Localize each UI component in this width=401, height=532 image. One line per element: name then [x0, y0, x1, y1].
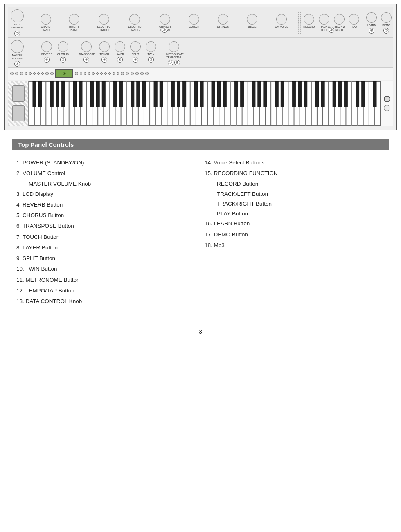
touch-btn[interactable]: TOUCH ⑦: [99, 41, 110, 63]
svg-rect-100: [344, 81, 347, 107]
layer-btn[interactable]: LAYER ⑧: [115, 41, 125, 63]
indicator-22: [121, 72, 124, 75]
panel-row3: ③: [8, 68, 393, 80]
master-volume-knob: MASTER VOLUME ②: [9, 40, 25, 66]
volume-knob-side[interactable]: [384, 96, 390, 102]
electric-piano2-btn[interactable]: ELECTRICPIANO 2: [128, 14, 141, 32]
svg-rect-80: [182, 81, 186, 107]
panel-row1: DATA CONTROL ⑬ GRANDPIANO BRIGHTPIANO EL…: [8, 7, 393, 38]
lcd-display: ③: [55, 69, 73, 78]
svg-rect-96: [315, 81, 319, 107]
indicator-27: [145, 72, 149, 75]
num4: ④: [44, 57, 50, 63]
electric-piano2-label: ELECTRICPIANO 2: [128, 25, 141, 32]
num14: ⑭: [162, 27, 167, 33]
svg-rect-66: [73, 81, 77, 107]
bright-piano-label: BRIGHTPIANO: [69, 25, 79, 32]
brass-btn[interactable]: BRASS: [247, 14, 257, 29]
list-item-4: 4. REVERB Button: [16, 201, 196, 209]
bright-piano-btn[interactable]: BRIGHTPIANO: [69, 14, 79, 32]
svg-rect-76: [154, 81, 157, 107]
svg-rect-103: [373, 81, 376, 107]
indicator-23: [126, 72, 129, 75]
master-volume-circle: [11, 40, 24, 53]
mod-wheel[interactable]: [12, 105, 25, 121]
metronome-btn[interactable]: METRONOME TEMPO/TAP ⑪ ⑫: [166, 41, 182, 66]
split-label: SPLIT: [132, 53, 139, 56]
electric-piano1-circle: [99, 14, 109, 25]
list-item-15-sub2: TRACK/LEFT Button: [205, 190, 385, 198]
data-control-circle: [11, 9, 24, 22]
split-btn[interactable]: SPLIT ⑨: [130, 41, 141, 63]
chorus-btn[interactable]: CHORUS ⑤: [57, 41, 69, 63]
svg-rect-69: [96, 81, 99, 107]
indicator-16: [96, 72, 99, 75]
demo-btn[interactable]: DEMO ⑰: [381, 12, 392, 34]
list-item-2-sub: MASTER VOLUME Knob: [16, 180, 196, 188]
list-item-1: 1. POWER (STANDBY/ON): [16, 159, 196, 167]
list-item-15-sub4: PLAY Button: [205, 210, 385, 218]
transpose-btn[interactable]: TRANSPOSE ⑥: [79, 41, 94, 63]
keyboard-section: /* generated inline */: [8, 81, 393, 126]
chorus-circle: [58, 41, 68, 52]
learn-btn[interactable]: LEARN ⑯: [366, 12, 377, 34]
indicator-15: [92, 72, 95, 75]
list-item-15: 15. RECORDING FUNCTION: [205, 169, 385, 177]
num17: ⑰: [383, 28, 389, 34]
svg-rect-90: [264, 81, 267, 107]
electric-piano1-btn[interactable]: ELECTRICPIANO 1: [97, 14, 110, 32]
svg-rect-97: [321, 81, 324, 107]
svg-rect-85: [223, 81, 226, 107]
twin-btn[interactable]: TWIN ⑩: [146, 41, 156, 63]
bright-piano-circle: [69, 14, 79, 25]
list-item-2: 2. VOLUME Control: [16, 169, 196, 177]
indicator-6: [33, 72, 36, 75]
grand-piano-label: GRANDPIANO: [41, 25, 50, 32]
svg-rect-75: [142, 81, 146, 107]
indicator-5: [29, 72, 32, 75]
list-item-13: 13. DATA CONTROL Knob: [16, 297, 196, 305]
transpose-label: TRANSPOSE: [79, 53, 94, 56]
indicator-11: [75, 72, 78, 75]
list-item-10: 10. TWIN Button: [16, 265, 196, 273]
bottom-section: Top Panel Controls 1. POWER (STANDBY/ON)…: [0, 130, 401, 317]
right-controls: [381, 81, 393, 126]
layer-label: LAYER: [115, 53, 124, 56]
gm-voice-label: GM VOICE: [275, 25, 288, 29]
track2-right-btn[interactable]: TRACK 2/RIGHT: [333, 14, 345, 32]
page-number: 3: [0, 328, 401, 335]
play-label: PLAY: [351, 25, 357, 29]
indicator-26: [140, 72, 144, 75]
power-btn-side[interactable]: [384, 105, 390, 111]
svg-rect-68: [90, 81, 94, 107]
gm-voice-btn[interactable]: GM VOICE: [275, 14, 288, 29]
record-btn[interactable]: RECORD: [303, 14, 315, 29]
strings-btn[interactable]: STRINGS: [217, 14, 229, 29]
split-circle: [130, 41, 141, 52]
grand-piano-btn[interactable]: GRANDPIANO: [41, 14, 51, 32]
svg-rect-94: [298, 81, 301, 107]
svg-rect-81: [194, 81, 198, 107]
strings-circle: [218, 14, 228, 25]
svg-rect-70: [102, 81, 105, 107]
indicator-21: [117, 72, 119, 75]
voice-select-group: GRANDPIANO BRIGHTPIANO ELECTRICPIANO 1 E…: [30, 12, 299, 34]
indicator-18: [104, 72, 107, 75]
num5: ⑤: [60, 57, 66, 63]
guitar-circle: [189, 14, 199, 25]
reverb-btn[interactable]: REVERB ④: [41, 41, 52, 63]
svg-rect-72: [119, 81, 122, 107]
keyboard-diagram: DATA CONTROL ⑬ GRANDPIANO BRIGHTPIANO EL…: [4, 4, 397, 130]
electric-piano2-circle: [129, 14, 140, 25]
svg-rect-83: [212, 81, 215, 107]
play-btn[interactable]: PLAY: [349, 14, 359, 29]
pitch-wheel[interactable]: [12, 85, 25, 102]
demo-circle: [381, 12, 392, 23]
svg-rect-78: [171, 81, 174, 107]
indicator-10: [50, 72, 54, 75]
list-item-7: 7. TOUCH Button: [16, 233, 196, 241]
svg-rect-67: [79, 81, 82, 107]
guitar-btn[interactable]: GUITAR: [189, 14, 199, 29]
num2: ②: [14, 61, 20, 67]
reverb-circle: [41, 41, 52, 52]
